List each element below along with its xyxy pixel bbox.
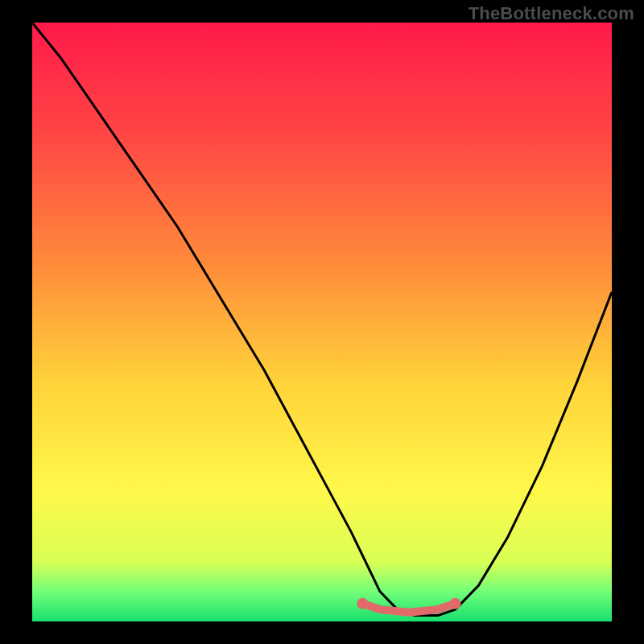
chart-svg xyxy=(0,0,644,644)
chart-stage: TheBottleneck.com xyxy=(0,0,644,644)
plot-background xyxy=(32,23,612,621)
optimal-range-dot xyxy=(450,598,461,609)
watermark-text: TheBottleneck.com xyxy=(469,3,634,24)
optimal-range-dot xyxy=(357,598,368,609)
